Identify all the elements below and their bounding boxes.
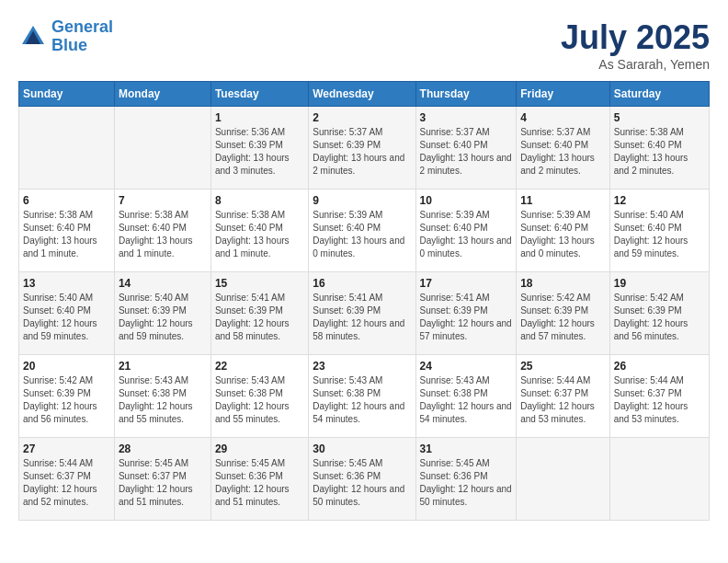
day-number: 3 xyxy=(420,111,513,124)
day-number: 28 xyxy=(119,442,207,455)
calendar-cell: 17Sunrise: 5:41 AM Sunset: 6:39 PM Dayli… xyxy=(415,272,517,355)
day-number: 31 xyxy=(420,442,513,455)
day-number: 13 xyxy=(23,277,110,290)
header-wednesday: Wednesday xyxy=(309,82,415,107)
calendar-cell: 13Sunrise: 5:40 AM Sunset: 6:40 PM Dayli… xyxy=(19,272,115,355)
logo-text: General Blue xyxy=(51,18,113,55)
week-row-1: 1Sunrise: 5:36 AM Sunset: 6:39 PM Daylig… xyxy=(19,107,710,190)
calendar-cell: 21Sunrise: 5:43 AM Sunset: 6:38 PM Dayli… xyxy=(114,355,210,438)
day-number: 10 xyxy=(420,194,513,207)
calendar-cell: 11Sunrise: 5:39 AM Sunset: 6:40 PM Dayli… xyxy=(517,190,610,272)
calendar-cell: 26Sunrise: 5:44 AM Sunset: 6:37 PM Dayli… xyxy=(609,355,709,438)
calendar-cell: 18Sunrise: 5:42 AM Sunset: 6:39 PM Dayli… xyxy=(517,272,610,355)
header-friday: Friday xyxy=(517,82,610,107)
week-row-2: 6Sunrise: 5:38 AM Sunset: 6:40 PM Daylig… xyxy=(19,190,710,272)
day-info: Sunrise: 5:42 AM Sunset: 6:39 PM Dayligh… xyxy=(23,374,110,426)
day-info: Sunrise: 5:45 AM Sunset: 6:37 PM Dayligh… xyxy=(119,457,207,509)
day-info: Sunrise: 5:45 AM Sunset: 6:36 PM Dayligh… xyxy=(215,457,304,509)
day-number: 22 xyxy=(215,360,304,373)
calendar-cell: 24Sunrise: 5:43 AM Sunset: 6:38 PM Dayli… xyxy=(415,355,517,438)
calendar-cell: 8Sunrise: 5:38 AM Sunset: 6:40 PM Daylig… xyxy=(210,190,308,272)
day-number: 26 xyxy=(614,360,705,373)
day-number: 11 xyxy=(520,194,606,207)
day-info: Sunrise: 5:40 AM Sunset: 6:39 PM Dayligh… xyxy=(119,292,207,343)
day-number: 9 xyxy=(313,194,411,207)
calendar-cell: 23Sunrise: 5:43 AM Sunset: 6:38 PM Dayli… xyxy=(309,355,415,438)
calendar-cell: 4Sunrise: 5:37 AM Sunset: 6:40 PM Daylig… xyxy=(517,107,610,190)
day-info: Sunrise: 5:39 AM Sunset: 6:40 PM Dayligh… xyxy=(313,209,411,260)
calendar-cell: 12Sunrise: 5:40 AM Sunset: 6:40 PM Dayli… xyxy=(609,190,709,272)
day-info: Sunrise: 5:43 AM Sunset: 6:38 PM Dayligh… xyxy=(420,374,513,426)
day-number: 29 xyxy=(215,442,304,455)
calendar-header-row: SundayMondayTuesdayWednesdayThursdayFrid… xyxy=(19,82,710,107)
day-info: Sunrise: 5:43 AM Sunset: 6:38 PM Dayligh… xyxy=(119,374,207,426)
day-number: 21 xyxy=(119,360,207,373)
day-info: Sunrise: 5:40 AM Sunset: 6:40 PM Dayligh… xyxy=(614,209,705,260)
day-number: 2 xyxy=(313,111,411,124)
calendar-cell: 19Sunrise: 5:42 AM Sunset: 6:39 PM Dayli… xyxy=(609,272,709,355)
calendar-cell: 1Sunrise: 5:36 AM Sunset: 6:39 PM Daylig… xyxy=(210,107,308,190)
day-number: 14 xyxy=(119,277,207,290)
day-number: 30 xyxy=(313,442,411,455)
day-number: 20 xyxy=(23,360,110,373)
day-info: Sunrise: 5:38 AM Sunset: 6:40 PM Dayligh… xyxy=(23,209,110,260)
page-header: General Blue July 2025 As Sararah, Yemen xyxy=(18,18,710,72)
day-number: 16 xyxy=(313,277,411,290)
calendar-cell: 25Sunrise: 5:44 AM Sunset: 6:37 PM Dayli… xyxy=(517,355,610,438)
calendar-cell: 5Sunrise: 5:38 AM Sunset: 6:40 PM Daylig… xyxy=(609,107,709,190)
calendar-cell: 29Sunrise: 5:45 AM Sunset: 6:36 PM Dayli… xyxy=(210,438,308,521)
calendar-cell: 7Sunrise: 5:38 AM Sunset: 6:40 PM Daylig… xyxy=(114,190,210,272)
calendar-cell: 16Sunrise: 5:41 AM Sunset: 6:39 PM Dayli… xyxy=(309,272,415,355)
day-info: Sunrise: 5:42 AM Sunset: 6:39 PM Dayligh… xyxy=(614,292,705,343)
calendar-cell: 30Sunrise: 5:45 AM Sunset: 6:36 PM Dayli… xyxy=(309,438,415,521)
title-block: July 2025 As Sararah, Yemen xyxy=(561,18,710,72)
day-number: 8 xyxy=(215,194,304,207)
header-sunday: Sunday xyxy=(19,82,115,107)
day-number: 4 xyxy=(520,111,606,124)
calendar-cell: 3Sunrise: 5:37 AM Sunset: 6:40 PM Daylig… xyxy=(415,107,517,190)
day-number: 23 xyxy=(313,360,411,373)
calendar-cell: 10Sunrise: 5:39 AM Sunset: 6:40 PM Dayli… xyxy=(415,190,517,272)
day-info: Sunrise: 5:43 AM Sunset: 6:38 PM Dayligh… xyxy=(215,374,304,426)
calendar-cell: 15Sunrise: 5:41 AM Sunset: 6:39 PM Dayli… xyxy=(210,272,308,355)
calendar-cell: 22Sunrise: 5:43 AM Sunset: 6:38 PM Dayli… xyxy=(210,355,308,438)
day-info: Sunrise: 5:41 AM Sunset: 6:39 PM Dayligh… xyxy=(420,292,513,343)
day-number: 27 xyxy=(23,442,110,455)
header-tuesday: Tuesday xyxy=(210,82,308,107)
day-number: 25 xyxy=(520,360,606,373)
subtitle: As Sararah, Yemen xyxy=(561,57,710,72)
calendar-cell: 27Sunrise: 5:44 AM Sunset: 6:37 PM Dayli… xyxy=(19,438,115,521)
day-info: Sunrise: 5:43 AM Sunset: 6:38 PM Dayligh… xyxy=(313,374,411,426)
calendar-cell xyxy=(517,438,610,521)
day-number: 7 xyxy=(119,194,207,207)
day-info: Sunrise: 5:45 AM Sunset: 6:36 PM Dayligh… xyxy=(313,457,411,509)
calendar-cell xyxy=(19,107,115,190)
day-info: Sunrise: 5:44 AM Sunset: 6:37 PM Dayligh… xyxy=(520,374,606,426)
week-row-3: 13Sunrise: 5:40 AM Sunset: 6:40 PM Dayli… xyxy=(19,272,710,355)
day-info: Sunrise: 5:38 AM Sunset: 6:40 PM Dayligh… xyxy=(119,209,207,260)
header-thursday: Thursday xyxy=(415,82,517,107)
calendar-cell: 2Sunrise: 5:37 AM Sunset: 6:39 PM Daylig… xyxy=(309,107,415,190)
calendar-cell xyxy=(609,438,709,521)
day-number: 24 xyxy=(420,360,513,373)
week-row-5: 27Sunrise: 5:44 AM Sunset: 6:37 PM Dayli… xyxy=(19,438,710,521)
day-info: Sunrise: 5:44 AM Sunset: 6:37 PM Dayligh… xyxy=(23,457,110,509)
day-number: 6 xyxy=(23,194,110,207)
header-monday: Monday xyxy=(114,82,210,107)
day-info: Sunrise: 5:37 AM Sunset: 6:39 PM Dayligh… xyxy=(313,126,411,178)
day-info: Sunrise: 5:38 AM Sunset: 6:40 PM Dayligh… xyxy=(215,209,304,260)
day-info: Sunrise: 5:36 AM Sunset: 6:39 PM Dayligh… xyxy=(215,126,304,178)
day-info: Sunrise: 5:41 AM Sunset: 6:39 PM Dayligh… xyxy=(215,292,304,343)
day-info: Sunrise: 5:39 AM Sunset: 6:40 PM Dayligh… xyxy=(520,209,606,260)
day-info: Sunrise: 5:42 AM Sunset: 6:39 PM Dayligh… xyxy=(520,292,606,343)
logo-icon xyxy=(18,22,48,52)
calendar-cell: 9Sunrise: 5:39 AM Sunset: 6:40 PM Daylig… xyxy=(309,190,415,272)
day-number: 1 xyxy=(215,111,304,124)
calendar-cell: 31Sunrise: 5:45 AM Sunset: 6:36 PM Dayli… xyxy=(415,438,517,521)
calendar-cell: 6Sunrise: 5:38 AM Sunset: 6:40 PM Daylig… xyxy=(19,190,115,272)
day-number: 19 xyxy=(614,277,705,290)
day-number: 18 xyxy=(520,277,606,290)
week-row-4: 20Sunrise: 5:42 AM Sunset: 6:39 PM Dayli… xyxy=(19,355,710,438)
logo: General Blue xyxy=(18,18,113,55)
day-number: 17 xyxy=(420,277,513,290)
